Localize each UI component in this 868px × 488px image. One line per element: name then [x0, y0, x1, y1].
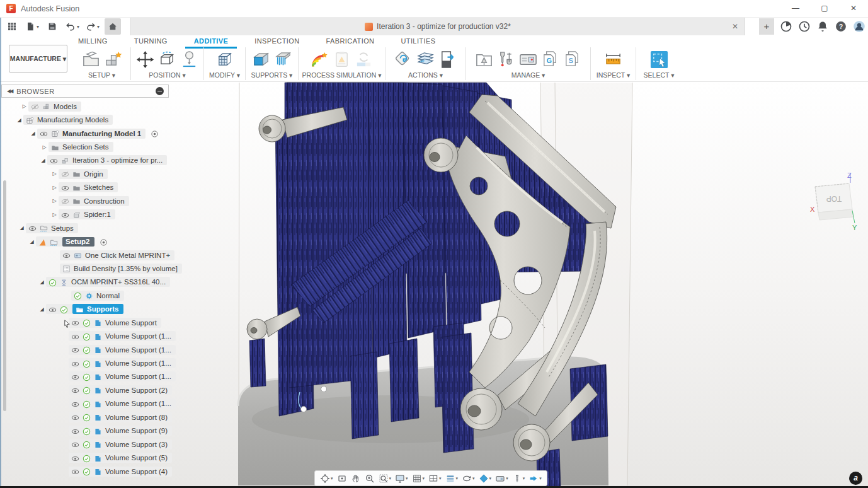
expander-expanded-icon[interactable]: ◢ [38, 306, 46, 312]
close-document-icon[interactable]: ✕ [732, 22, 738, 31]
tree-row[interactable]: ▷Sketches [1, 181, 175, 194]
expander-collapsed-icon[interactable]: ▷ [40, 144, 49, 150]
tree-row[interactable]: ▷Selection Sets [1, 140, 175, 153]
tree-row[interactable]: Volume Support [1, 316, 175, 329]
tool-library-icon[interactable] [496, 50, 516, 69]
tree-row[interactable]: One Click Metal MPRINT+ [1, 248, 175, 262]
tree-item[interactable]: Manufacturing Models [23, 115, 113, 125]
profile-icon[interactable] [853, 20, 865, 33]
collapse-browser-icon[interactable]: ◀◀ [7, 88, 12, 94]
expander-collapsed-icon[interactable]: ▷ [50, 185, 59, 190]
visibility-toggle-icon[interactable] [156, 87, 164, 95]
tree-row[interactable]: ◢OCM MPRINT+ SS316L 40... [1, 276, 175, 289]
tab-milling[interactable]: MILLING [69, 35, 117, 49]
expander-collapsed-icon[interactable]: ▷ [20, 103, 28, 109]
selected-tree-item[interactable]: Setup2 [62, 237, 94, 247]
tree-item[interactable]: Models [28, 102, 81, 112]
browser-scrollbar[interactable] [3, 180, 6, 411]
tree-row[interactable]: Volume Support (9) [1, 424, 175, 438]
tree-row[interactable]: Volume Support (5) [1, 451, 175, 464]
tree-item[interactable]: Volume Support (3) [69, 439, 172, 450]
tree-item[interactable]: Spider:1 [59, 209, 115, 219]
selected-tree-item[interactable]: Supports [72, 304, 123, 314]
workspace-switcher[interactable]: MANUFACTURE ▾ [9, 45, 67, 73]
tree-row[interactable]: ◢Setups [1, 221, 175, 235]
redo-button[interactable]: ▾ [84, 18, 101, 35]
tree-item[interactable]: Setups [26, 223, 78, 233]
tree-row[interactable]: ▷Spider:1 [1, 208, 175, 221]
group-label[interactable]: ACTIONS ▾ [408, 71, 443, 79]
expander-collapsed-icon[interactable]: ▷ [50, 212, 59, 218]
app-grid-button[interactable] [4, 18, 20, 35]
pan-tool[interactable] [349, 473, 363, 484]
tree-item[interactable]: Selection Sets [49, 142, 113, 152]
post-doc-icon[interactable]: S [562, 50, 582, 69]
setup-new-icon[interactable] [81, 50, 101, 69]
generate-icon[interactable] [394, 50, 413, 69]
expander-collapsed-icon[interactable]: ▷ [50, 198, 59, 204]
tree-item[interactable]: Volume Support (1... [69, 331, 176, 341]
turntable-tool[interactable]: ▾ [460, 473, 477, 484]
select-icon[interactable] [649, 50, 669, 69]
sim-warning-icon[interactable] [332, 50, 351, 69]
tree-item[interactable]: Volume Support (1... [69, 398, 176, 409]
print-settings-icon[interactable] [474, 50, 494, 69]
minimize-button[interactable]: — [781, 0, 810, 17]
lattice-icon[interactable] [215, 50, 234, 69]
tree-row[interactable]: Volume Support (1... [1, 370, 175, 383]
tree-row[interactable]: ◢Manufacturing Model 1 [1, 127, 175, 140]
tree-item[interactable] [36, 236, 62, 247]
tree-row[interactable]: Volume Support (4) [1, 465, 175, 478]
tab-fabrication[interactable]: FABRICATION [317, 35, 384, 49]
tree-row[interactable]: ◢Manufacturing Models [1, 113, 175, 126]
undo-button[interactable]: ▾ [64, 18, 81, 35]
active-target-radio-icon[interactable] [151, 129, 159, 137]
expander-expanded-icon[interactable]: ◢ [29, 131, 37, 136]
tree-row[interactable]: Volume Support (1... [1, 329, 175, 342]
maximize-button[interactable]: ▢ [810, 0, 839, 17]
home-button[interactable] [105, 18, 121, 35]
gcode-doc-icon[interactable]: G [540, 50, 560, 69]
simulate-layers-icon[interactable] [416, 50, 435, 69]
group-label[interactable]: SETUP ▾ [88, 71, 115, 79]
tree-item[interactable]: OCM MPRINT+ SS316L 40... [46, 277, 170, 287]
tab-inspection[interactable]: INSPECTION [246, 35, 308, 49]
group-label[interactable]: SELECT ▾ [644, 71, 675, 79]
tree-item[interactable]: Sketches [59, 182, 118, 192]
extensions-icon[interactable] [780, 20, 792, 33]
balloon-icon[interactable] [180, 50, 199, 69]
tree-item[interactable]: One Click Metal MPRINT+ [60, 250, 174, 260]
file-new-button[interactable]: ▾ [24, 18, 40, 35]
tree-item[interactable]: Volume Support (1... [69, 358, 176, 368]
tree-item[interactable] [46, 304, 72, 314]
tab-turning[interactable]: TURNING [125, 35, 176, 49]
document-tab[interactable]: Iteration 3 - optimize for production v3… [130, 18, 745, 35]
tab-additive[interactable]: ADDITIVE [185, 35, 237, 49]
machine-library-icon[interactable] [518, 50, 538, 69]
orbit-tool[interactable]: ▾ [318, 473, 335, 484]
tree-item[interactable]: Normal [71, 291, 124, 301]
tree-item[interactable]: Build Density [1.35% by volume] [60, 264, 182, 274]
group-label[interactable]: PROCESS SIMULATION ▾ [302, 71, 382, 79]
fastener-tool[interactable]: ▾ [510, 473, 527, 484]
display-tool[interactable]: ▾ [393, 473, 410, 484]
visual-style-tool[interactable]: ▾ [477, 473, 494, 484]
group-label[interactable]: MODIFY ▾ [209, 71, 240, 79]
tree-item[interactable]: Volume Support (2) [69, 385, 172, 395]
expander-expanded-icon[interactable]: ◢ [38, 279, 46, 285]
tree-item[interactable]: Volume Support [69, 318, 161, 328]
view-cube[interactable]: TOP Z X Y [801, 170, 868, 233]
assistant-badge[interactable]: a [849, 472, 862, 485]
tree-item[interactable]: Volume Support (1... [69, 371, 176, 381]
group-label[interactable]: POSITION ▾ [149, 71, 185, 79]
tree-item[interactable]: Volume Support (1... [69, 345, 176, 355]
fit-tool[interactable]: ▾ [377, 473, 394, 484]
tree-row[interactable]: ◢Supports [1, 303, 175, 316]
tree-row[interactable]: Volume Support (1... [1, 397, 175, 410]
expander-expanded-icon[interactable]: ◢ [28, 239, 36, 245]
process-sim-icon[interactable] [310, 50, 329, 69]
tree-item[interactable]: Volume Support (4) [69, 467, 172, 477]
export-icon[interactable] [438, 50, 457, 69]
tree-item[interactable]: Construction [59, 196, 129, 206]
tree-row[interactable]: Volume Support (2) [1, 383, 175, 397]
